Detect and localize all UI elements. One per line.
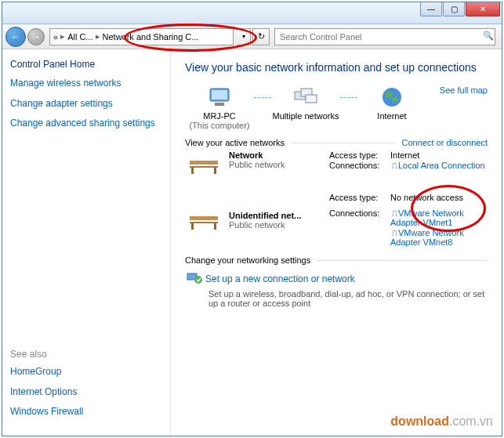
svg-point-8 [392,97,398,102]
network-map: MRJ-PC (This computer) Multiple networks… [185,85,488,130]
content: View your basic network information and … [171,49,502,436]
breadcrumb-dropdown[interactable]: ▾ [237,28,251,45]
globe-icon [379,85,404,109]
navbar: ← → « ▸ All C... ▸ Network and Sharing C… [2,24,502,49]
access-type-label: Access type: [329,150,390,160]
see-also-homegroup[interactable]: HomeGroup [10,366,83,378]
svg-rect-13 [190,216,218,220]
sidebar-link-wireless[interactable]: Manage wireless networks [10,78,162,90]
connect-disconnect-link[interactable]: Connect or disconnect [402,138,488,147]
access-type-value: No network access [390,193,488,202]
multi-network-icon [293,85,318,109]
network-row: Network Public network Access type:Inter… [185,150,488,179]
svg-rect-15 [191,223,194,230]
svg-point-6 [383,88,401,107]
setup-icon [185,270,205,288]
connection-link-vmnet1[interactable]: VMware Network Adapter VMnet1 [390,208,464,227]
active-networks-header: View your active networks [185,138,285,147]
maximize-button[interactable]: ▢ [443,2,465,16]
sidebar-link-sharing[interactable]: Change advanced sharing settings [10,118,162,130]
minimize-button[interactable]: — [420,2,442,16]
see-also-header: See also [10,349,83,360]
svg-rect-11 [191,168,194,174]
sidebar: Control Panel Home Manage wireless netwo… [2,49,171,436]
signal-icon: ⎍ [390,161,398,170]
access-type-value: Internet [390,150,488,160]
back-button[interactable]: ← [5,27,26,47]
connections-label: Connections: [329,161,390,170]
network-row: Unidentified net... Public network Acces… [185,193,488,248]
connection-link-vmnet8[interactable]: VMware Network Adapter VMnet8 [390,228,464,247]
svg-point-18 [194,276,202,284]
forward-button[interactable]: → [27,28,45,45]
bench-icon [185,150,223,179]
pc-icon [207,85,232,109]
search-icon: 🔍 [483,31,494,41]
see-also-internet-options[interactable]: Internet Options [10,386,83,399]
svg-rect-1 [212,90,227,100]
svg-point-7 [385,92,393,98]
map-multi-label: Multiple networks [271,111,340,121]
close-button[interactable]: ✕ [466,2,500,16]
network-name: Unidentified net... [229,211,329,220]
refresh-button[interactable]: ↻ [252,28,270,45]
signal-icon: ⎍ [390,208,398,218]
see-also-firewall[interactable]: Windows Firewall [10,406,83,418]
svg-rect-10 [190,166,218,168]
setup-description: Set up a wireless, broadband, dial-up, a… [208,289,488,308]
control-panel-home-link[interactable]: Control Panel Home [10,59,162,70]
signal-icon: ⎍ [390,228,398,237]
svg-rect-16 [214,223,216,230]
search-input[interactable] [274,28,495,45]
change-settings-header: Change your networking settings [185,255,310,265]
network-type[interactable]: Public network [229,160,329,169]
svg-rect-9 [190,161,218,165]
map-internet-label: Internet [357,111,426,121]
see-full-map-link[interactable]: See full map [440,85,488,95]
access-type-label: Access type: [329,193,390,202]
breadcrumb[interactable]: « ▸ All C... ▸ Network and Sharing C... [49,28,234,45]
connection-link-lan[interactable]: Local Area Connection [398,161,485,170]
map-pc-sublabel: (This computer) [185,121,254,130]
setup-connection-link[interactable]: Set up a new connection or network [205,273,355,284]
network-name: Network [229,150,329,160]
map-pc-label: MRJ-PC [185,111,254,121]
svg-rect-12 [214,168,216,174]
svg-rect-2 [215,103,224,106]
sidebar-link-adapter[interactable]: Change adapter settings [10,98,162,110]
svg-rect-14 [190,222,218,223]
titlebar: — ▢ ✕ [2,2,502,24]
breadcrumb-item[interactable]: Network and Sharing C... [103,32,199,42]
breadcrumb-root[interactable]: « [53,32,58,42]
svg-rect-5 [306,95,317,103]
connections-label: Connections: [329,208,390,227]
page-title: View your basic network information and … [185,60,488,74]
breadcrumb-item[interactable]: All C... [67,32,92,42]
bench-icon [185,206,223,234]
network-type[interactable]: Public network [229,220,329,230]
